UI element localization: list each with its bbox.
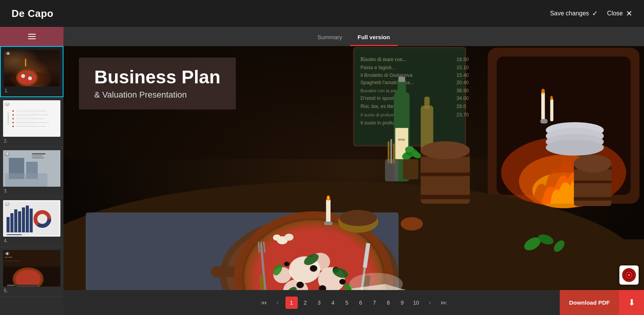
save-changes-label: Save changes (550, 10, 589, 17)
visibility-icon-2: 👁 (5, 101, 10, 107)
svg-rect-13 (32, 153, 45, 154)
svg-rect-114 (574, 181, 612, 183)
svg-rect-19 (14, 209, 17, 232)
svg-point-130 (339, 210, 377, 226)
svg-rect-12 (5, 173, 47, 187)
slide-preview-3 (3, 150, 60, 187)
slide-preview-2: Contents (3, 100, 60, 137)
svg-text:34.00: 34.00 (456, 95, 469, 101)
svg-point-4 (18, 71, 36, 85)
save-changes-button[interactable]: Save changes ✓ (550, 9, 598, 18)
page-button-2[interactable]: 2 (299, 297, 312, 309)
svg-point-149 (550, 96, 553, 100)
svg-point-140 (285, 234, 294, 241)
slide-badge (619, 265, 639, 285)
svg-text:20.40: 20.40 (456, 80, 469, 85)
first-page-button[interactable]: ⏮ (258, 297, 270, 309)
next-page-button[interactable]: › (424, 297, 436, 309)
svg-point-135 (546, 139, 604, 156)
page-button-8[interactable]: 8 (382, 297, 395, 309)
tab-full-version[interactable]: Full version (350, 30, 398, 46)
prev-page-button[interactable]: ‹ (272, 297, 284, 309)
svg-rect-20 (18, 211, 21, 232)
close-button[interactable]: Close ✕ (607, 9, 632, 18)
hamburger-icon (28, 34, 36, 39)
svg-point-82 (339, 279, 345, 285)
slide-3-svg (3, 150, 60, 187)
slide-number-5: 5. (3, 288, 60, 293)
svg-rect-125 (326, 199, 331, 224)
svg-text:28.0: 28.0 (456, 103, 466, 109)
slide-title-overlay: Business Plan & Valuation Presentation (79, 58, 236, 109)
svg-text:Il Brodetto di Giulianova: Il Brodetto di Giulianova (360, 72, 413, 78)
download-pdf-button[interactable]: Download PDF (560, 290, 619, 315)
close-icon: ✕ (626, 9, 632, 18)
svg-point-1 (25, 58, 27, 61)
svg-point-115 (574, 155, 612, 172)
visibility-icon-1: 👁 (5, 51, 11, 57)
slide-title-main: Business Plan (94, 67, 220, 88)
svg-point-109 (421, 141, 470, 159)
svg-rect-17 (7, 217, 10, 232)
page-button-10[interactable]: 10 (410, 297, 422, 309)
last-page-button[interactable]: ⏭ (438, 297, 450, 309)
svg-text:Pasta e fagioli...: Pasta e fagioli... (360, 65, 395, 70)
slide-preview-1 (4, 50, 60, 86)
slide-thumbnail-3[interactable]: 👁 3. (0, 147, 63, 197)
svg-rect-22 (26, 206, 29, 232)
slide-thumbnail-2[interactable]: 👁 Contents 2. (0, 97, 63, 147)
slide-thumbnail-5[interactable]: 👁 --- ---- -- ---------- ---------- 5. (0, 247, 63, 297)
top-bar-actions: Save changes ✓ Close ✕ (550, 9, 632, 18)
download-icon-button[interactable]: ⬇ (619, 290, 644, 315)
page-button-3[interactable]: 3 (313, 297, 325, 309)
page-button-5[interactable]: 5 (341, 297, 353, 309)
svg-point-146 (541, 89, 545, 94)
svg-point-6 (28, 76, 32, 80)
svg-rect-107 (421, 195, 470, 199)
svg-rect-103 (424, 97, 430, 109)
svg-rect-124 (393, 144, 395, 164)
slide-thumbnail-1[interactable]: 👁 (0, 46, 63, 97)
close-label: Close (607, 10, 623, 17)
download-arrow-icon: ⬇ (628, 298, 635, 308)
svg-rect-37 (7, 285, 15, 286)
page-button-1[interactable]: 1 (285, 297, 298, 309)
slide-5-svg: --- ---- -- ---------- ---------- (3, 250, 60, 287)
sidebar-toggle-button[interactable] (0, 27, 63, 46)
svg-point-76 (310, 265, 317, 272)
visibility-icon-4: 👁 (5, 201, 10, 207)
svg-text:WINE: WINE (398, 138, 405, 141)
slide-number-3: 3. (3, 188, 60, 194)
svg-point-5 (21, 74, 25, 78)
bottom-bar: ⏮ ‹ 1 2 3 4 5 6 7 8 9 10 › ⏭ Download PD… (63, 290, 644, 315)
svg-rect-23 (30, 209, 33, 232)
badge-icon (622, 268, 636, 282)
slide-view: Risotto di mare con... Pasta e fagioli..… (63, 46, 644, 290)
page-button-4[interactable]: 4 (327, 297, 339, 309)
svg-text:-- ---------- ----------: -- ---------- ---------- (5, 260, 20, 262)
svg-rect-27 (7, 234, 22, 235)
checkmark-icon: ✓ (592, 9, 598, 18)
svg-rect-145 (541, 92, 545, 121)
svg-rect-99 (399, 77, 405, 82)
svg-text:23.70: 23.70 (456, 112, 469, 118)
tab-summary[interactable]: Summary (310, 30, 350, 46)
download-area: Download PDF ⬇ (560, 290, 644, 315)
svg-rect-108 (421, 172, 470, 176)
slide-thumbnail-4[interactable]: 👁 (0, 197, 63, 247)
slide-background: Risotto di mare con... Pasta e fagioli..… (63, 46, 644, 290)
svg-text:Risotto di mare con...: Risotto di mare con... (360, 56, 407, 62)
svg-rect-21 (22, 207, 25, 232)
page-button-6[interactable]: 6 (355, 297, 367, 309)
app-title: De Capo (12, 8, 53, 20)
svg-point-78 (297, 282, 304, 288)
page-button-9[interactable]: 9 (396, 297, 409, 309)
slide-preview-4 (3, 200, 60, 237)
slide-1-svg (4, 50, 60, 86)
page-button-7[interactable]: 7 (369, 297, 381, 309)
pagination: ⏮ ‹ 1 2 3 4 5 6 7 8 9 10 › ⏭ (258, 297, 450, 309)
svg-point-141 (273, 234, 281, 240)
svg-point-152 (628, 274, 630, 276)
svg-rect-128 (324, 222, 332, 225)
slide-number-4: 4. (3, 238, 60, 244)
